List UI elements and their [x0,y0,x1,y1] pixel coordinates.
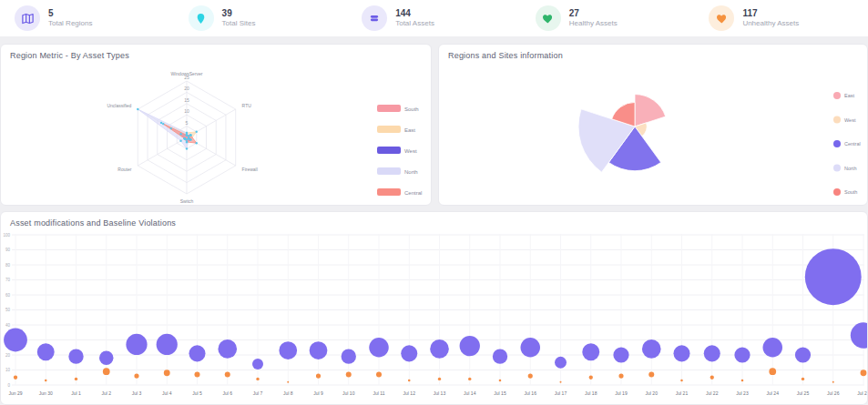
svg-text:Jul 23: Jul 23 [736,390,749,396]
bubble-point [430,339,449,359]
svg-text:RTU: RTU [242,103,252,108]
polar-legend-item-south[interactable]: South [833,188,857,196]
kpi-bar: 5 Total Regions 39 Total Sites 144 Total… [0,0,868,36]
svg-text:Jul 8: Jul 8 [283,390,293,396]
svg-text:5: 5 [186,120,189,126]
svg-text:70: 70 [5,278,11,282]
svg-text:10: 10 [184,108,189,114]
svg-text:Jul 16: Jul 16 [525,390,537,396]
radar-legend-item-east[interactable]: East [377,126,415,133]
bubble-point [408,380,411,382]
svg-text:Jun 29: Jun 29 [8,390,22,396]
kpi-value: 5 [48,8,92,20]
bubble-point [287,381,289,383]
bubble-point [613,347,628,362]
kpi-label: Total Regions [48,19,92,28]
map-icon [15,5,40,31]
svg-text:South: South [404,106,419,112]
svg-text:North: North [844,166,856,171]
svg-text:Router: Router [117,167,131,172]
svg-text:Jul 18: Jul 18 [585,390,597,396]
polar-legend-item-west[interactable]: West [833,116,856,124]
bubble-point [68,349,83,363]
svg-text:Jul 15: Jul 15 [494,390,506,396]
bubble-point [4,329,27,352]
kpi-card[interactable]: 39 Total Sites [174,5,348,31]
bubble-point [555,357,567,369]
bubble-point [680,380,683,382]
bubble-point [75,378,77,380]
asset-bars-icon [362,5,387,31]
svg-text:Jul 4: Jul 4 [162,390,172,396]
bubble-point [528,374,533,379]
polar-legend-item-east[interactable]: East [833,92,854,99]
bubble-point [218,339,237,359]
svg-text:Firewall: Firewall [242,167,258,172]
svg-text:20: 20 [184,86,189,91]
radar-chart: 510152025WindowsServerRTUFirewallSwitchR… [1,45,431,205]
svg-text:15: 15 [184,97,189,103]
svg-text:Central: Central [404,190,422,196]
radar-legend-item-west[interactable]: West [377,147,417,154]
bubble-point [37,343,55,360]
bubble-point [710,376,714,380]
heart-icon [709,5,734,31]
svg-text:Jul 11: Jul 11 [373,390,385,396]
bubble-point [45,380,47,382]
kpi-value: 117 [742,8,799,20]
svg-text:Jul 21: Jul 21 [676,390,689,396]
kpi-value: 27 [569,8,618,20]
bubble-point [438,378,441,380]
polar-legend-item-central[interactable]: Central [833,140,861,147]
svg-text:Jul 6: Jul 6 [222,390,232,396]
bubble-point [832,381,834,383]
svg-text:50: 50 [5,308,11,312]
svg-text:West: West [844,117,856,123]
svg-text:East: East [844,93,854,98]
bubble-point [704,345,720,361]
radar-panel: Region Metric - By Asset Types 510152025… [0,44,432,206]
bubble-point [560,381,562,383]
radar-legend-item-south[interactable]: South [377,105,419,112]
svg-text:Jul 24: Jul 24 [767,390,780,396]
bubble-point [763,338,783,358]
bubble-point [734,347,750,362]
bubble-point [642,339,661,359]
bubble-point [618,374,623,379]
bubble-point [134,374,138,379]
bubble-point [802,378,804,380]
radar-legend-item-north[interactable]: North [377,167,418,175]
bubble-point [346,371,352,377]
radar-legend-item-central[interactable]: Central [377,188,422,196]
kpi-card[interactable]: 117 Unhealthy Assets [694,5,868,31]
bubble-point [279,341,297,359]
bubble-point [468,378,471,380]
bubble-point [582,343,599,360]
svg-text:Jul 20: Jul 20 [646,390,659,396]
polar-legend-item-north[interactable]: North [833,165,856,172]
kpi-value: 39 [222,8,256,20]
bubble-point [252,359,263,370]
bubble-point [14,376,17,380]
bubble-point [805,248,862,305]
heart-icon [536,5,561,31]
svg-text:Jul 17: Jul 17 [555,390,567,396]
bubble-point [861,370,867,376]
kpi-value: 144 [395,8,434,20]
svg-text:0: 0 [7,383,10,388]
svg-text:WindowsServer: WindowsServer [170,71,202,76]
kpi-card[interactable]: 5 Total Regions [0,5,174,31]
svg-text:Jul 5: Jul 5 [192,390,202,396]
svg-text:60: 60 [5,293,11,298]
bubble-panel: Asset modifications and Baseline Violati… [0,211,868,405]
svg-text:Jul 1: Jul 1 [71,390,81,396]
bubble-point [103,368,110,375]
kpi-label: Total Sites [222,19,256,28]
svg-text:West: West [404,148,417,154]
svg-text:South: South [844,189,857,195]
svg-text:Jul 7: Jul 7 [253,390,263,396]
kpi-card[interactable]: 144 Total Assets [347,5,521,31]
svg-text:Jul 14: Jul 14 [464,390,476,396]
kpi-card[interactable]: 27 Healthy Assets [521,5,695,31]
bubble-point [648,371,654,377]
